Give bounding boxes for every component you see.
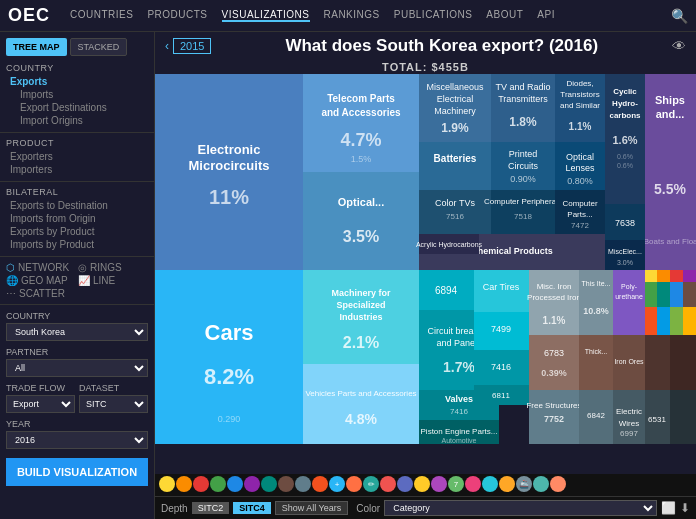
scatter-icon: ⋯: [6, 288, 16, 299]
icon15[interactable]: [397, 476, 413, 492]
cell-t1[interactable]: [657, 282, 670, 307]
nav-api[interactable]: API: [537, 9, 555, 22]
icon1[interactable]: [159, 476, 175, 492]
cell-y1[interactable]: [645, 270, 657, 282]
icon7[interactable]: [261, 476, 277, 492]
imports-by-product[interactable]: Imports by Product: [6, 238, 148, 251]
network-btn[interactable]: ⬡ NETWORK: [6, 262, 76, 273]
cell-p1[interactable]: [683, 270, 696, 282]
cell-sm4[interactable]: [670, 390, 696, 444]
network-icon: ⬡: [6, 262, 15, 273]
icon12[interactable]: [346, 476, 362, 492]
svg-text:Cars: Cars: [205, 320, 254, 345]
importers-item[interactable]: Importers: [6, 163, 148, 176]
cell-vehicles-parts[interactable]: [303, 364, 419, 444]
icon8[interactable]: [278, 476, 294, 492]
logo[interactable]: OEC: [8, 5, 50, 26]
svg-text:and Accessories: and Accessories: [321, 107, 401, 118]
icon10[interactable]: [312, 476, 328, 492]
download-csv-icon[interactable]: ⬜: [661, 501, 676, 515]
svg-text:1.1%: 1.1%: [543, 315, 566, 326]
exports-item[interactable]: Exports: [6, 75, 148, 88]
nav-products[interactable]: PRODUCTS: [147, 9, 207, 22]
treemap-btn[interactable]: TREE MAP: [6, 38, 67, 56]
dataset-select[interactable]: SITC: [79, 395, 148, 413]
icon22[interactable]: 🚢: [516, 476, 532, 492]
cell-batteries[interactable]: [419, 142, 491, 190]
year-select[interactable]: 2016: [6, 431, 148, 449]
svg-text:Batteries: Batteries: [434, 153, 477, 164]
nav-countries[interactable]: COUNTRIES: [70, 9, 133, 22]
year-display[interactable]: 2015: [173, 38, 211, 54]
year-nav[interactable]: ‹ 2015: [165, 38, 211, 54]
icon20[interactable]: [482, 476, 498, 492]
prev-icon[interactable]: ‹: [165, 39, 169, 53]
nav-rankings[interactable]: RANKINGS: [324, 9, 380, 22]
exports-by-product[interactable]: Exports by Product: [6, 225, 148, 238]
export-dest-item[interactable]: Export Destinations: [6, 101, 148, 114]
exports-to-dest[interactable]: Exports to Destination: [6, 199, 148, 212]
stacked-btn[interactable]: STACKED: [70, 38, 128, 56]
cell-br1[interactable]: [683, 282, 696, 307]
scatter-btn[interactable]: ⋯ SCATTER: [6, 288, 76, 299]
icon11[interactable]: +: [329, 476, 345, 492]
svg-text:7416: 7416: [491, 362, 511, 372]
icon18[interactable]: 7: [448, 476, 464, 492]
cell-o1[interactable]: [657, 270, 670, 282]
imports-from-origin[interactable]: Imports from Origin: [6, 212, 148, 225]
geomap-btn[interactable]: 🌐 GEO MAP: [6, 275, 76, 286]
nav-publications[interactable]: PUBLICATIONS: [394, 9, 473, 22]
icon4[interactable]: [210, 476, 226, 492]
cell-am1[interactable]: [683, 307, 696, 335]
visibility-icon[interactable]: 👁: [672, 38, 686, 54]
search-icon[interactable]: 🔍: [671, 8, 688, 24]
icon6[interactable]: [244, 476, 260, 492]
cell-optical[interactable]: [303, 172, 419, 270]
sitc4-btn[interactable]: SITC4: [233, 502, 271, 514]
exporters-item[interactable]: Exporters: [6, 150, 148, 163]
nav-about[interactable]: ABOUT: [486, 9, 523, 22]
cell-r1[interactable]: [670, 270, 683, 282]
cell-thick[interactable]: [579, 335, 613, 390]
icon16[interactable]: [414, 476, 430, 492]
bilateral-section-label: BILATERAL: [6, 187, 148, 197]
icon2[interactable]: [176, 476, 192, 492]
icon5[interactable]: [227, 476, 243, 492]
icon13[interactable]: ✏: [363, 476, 379, 492]
imports-item[interactable]: Imports: [6, 88, 148, 101]
icon24[interactable]: [550, 476, 566, 492]
build-visualization-button[interactable]: BUILD VISUALIZATION: [6, 458, 148, 486]
icon9[interactable]: [295, 476, 311, 492]
svg-text:0.6%: 0.6%: [617, 153, 633, 160]
country-select[interactable]: South Korea: [6, 323, 148, 341]
cell-sm2[interactable]: [670, 335, 696, 390]
cell-f1[interactable]: [645, 307, 657, 335]
svg-text:Car Tires: Car Tires: [483, 282, 520, 292]
icon17[interactable]: [431, 476, 447, 492]
svg-text:1.9%: 1.9%: [441, 121, 469, 135]
cell-b1[interactable]: [670, 282, 683, 307]
icon23[interactable]: [533, 476, 549, 492]
category-select[interactable]: Category: [384, 500, 657, 516]
cell-polyurethane[interactable]: [613, 270, 645, 335]
icon19[interactable]: [465, 476, 481, 492]
nav-visualizations[interactable]: VISUALIZATIONS: [222, 9, 310, 22]
show-all-years-btn[interactable]: Show All Years: [275, 501, 349, 515]
trade-flow-select[interactable]: Export: [6, 395, 75, 413]
download-icon[interactable]: ⬇: [680, 501, 690, 515]
icon3[interactable]: [193, 476, 209, 492]
svg-text:Computer: Computer: [562, 199, 597, 208]
sitc2-btn[interactable]: SITC2: [192, 502, 230, 514]
cell-lg1[interactable]: [670, 307, 683, 335]
rings-btn[interactable]: ◎ RINGS: [78, 262, 148, 273]
partner-select[interactable]: All: [6, 359, 148, 377]
cell-lb1[interactable]: [657, 307, 670, 335]
import-origins-item[interactable]: Import Origins: [6, 114, 148, 127]
line-btn[interactable]: 📈 LINE: [78, 275, 148, 286]
cell-sm1[interactable]: [645, 335, 670, 390]
cell-g1[interactable]: [645, 282, 657, 307]
cell-6783[interactable]: [529, 335, 579, 390]
icon14[interactable]: [380, 476, 396, 492]
line-icon: 📈: [78, 275, 90, 286]
icon21[interactable]: [499, 476, 515, 492]
